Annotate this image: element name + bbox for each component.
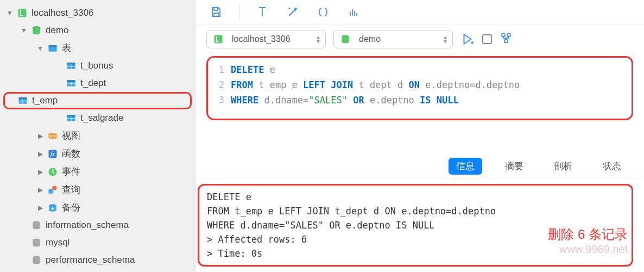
svg-rect-27 [49, 189, 53, 193]
line-gutter: 123 [211, 62, 231, 108]
tab-status[interactable]: 状态 [595, 158, 629, 175]
tree-views[interactable]: ▶ 视图 [0, 127, 195, 145]
database-icon [30, 219, 42, 231]
tree-label: 表 [62, 42, 71, 54]
tree-database-information_schema[interactable]: ▶information_schema [0, 217, 195, 234]
chevron-down-icon: ▼ [36, 45, 45, 52]
stop-button[interactable] [482, 34, 492, 44]
tree-label: t_bonus [80, 60, 113, 71]
database-icon [339, 33, 351, 45]
svg-point-22 [50, 135, 52, 137]
tables-icon [47, 42, 59, 54]
svg-rect-21 [49, 133, 57, 139]
spinner-icon: ▴▾ [444, 35, 447, 44]
chevron-right-icon: ▶ [36, 186, 45, 194]
svg-point-23 [54, 135, 55, 137]
result-tabs: 信息 摘要 剖析 状态 [195, 152, 644, 178]
spinner-icon: ▴▾ [317, 35, 320, 44]
connection-icon [212, 33, 224, 45]
svg-rect-36 [502, 34, 505, 36]
table-icon [17, 95, 29, 107]
database-combo[interactable]: demo ▴▾ [333, 30, 453, 48]
run-button[interactable] [460, 32, 475, 46]
tree-label: 事件 [62, 165, 80, 178]
tree-tables-folder[interactable]: ▼ 表 [0, 39, 195, 57]
chart-icon[interactable] [346, 4, 361, 20]
views-icon [47, 130, 59, 142]
tree-connection[interactable]: ▼ localhost_3306 [0, 4, 195, 22]
svg-rect-4 [49, 45, 57, 47]
chevron-right-icon: ▶ [36, 150, 45, 158]
tree-backup[interactable]: ▶ 备份 [0, 199, 195, 217]
magic-wand-icon[interactable] [285, 4, 300, 20]
svg-rect-18 [67, 115, 75, 116]
combo-label: demo [359, 34, 439, 44]
annotation: 删除 6 条记录 www.9969.net [548, 226, 628, 256]
chevron-down-icon: ▼ [20, 27, 28, 34]
table-icon [65, 60, 77, 72]
table-icon [65, 112, 77, 124]
brackets-icon[interactable] [315, 4, 331, 20]
sidebar: ▼ localhost_3306 ▼ demo ▼ 表 ▶t_bonus▶t_d… [0, 0, 195, 272]
tree-table-t_salgrade[interactable]: ▶t_salgrade [0, 109, 195, 127]
tree-queries[interactable]: ▶ 查询 [0, 181, 195, 199]
svg-text:fx: fx [50, 151, 55, 158]
chevron-down-icon: ▼ [5, 9, 14, 17]
tree-table-t_emp[interactable]: ▶t_emp [3, 92, 192, 109]
events-icon [47, 166, 59, 178]
tree-label: mysql [46, 237, 70, 248]
explain-icon[interactable] [500, 32, 513, 47]
save-icon[interactable] [209, 4, 224, 20]
tree-label: 备份 [62, 201, 80, 214]
divider [239, 5, 239, 19]
toolbar [195, 0, 644, 24]
database-icon [30, 24, 42, 36]
connection-icon [16, 7, 28, 19]
tree-table-t_dept[interactable]: ▶t_dept [0, 75, 195, 92]
tree-label: t_salgrade [80, 113, 123, 123]
database-icon [30, 254, 42, 266]
tree-label: localhost_3306 [31, 8, 93, 18]
chevron-right-icon: ▶ [36, 204, 45, 212]
tab-profile[interactable]: 剖析 [546, 158, 580, 175]
tree-database-mysql[interactable]: ▶mysql [0, 234, 195, 251]
tree-database[interactable]: ▼ demo [0, 22, 195, 39]
database-icon [30, 237, 42, 249]
tree-label: t_emp [32, 95, 58, 106]
tree-label: information_schema [46, 220, 129, 231]
combo-label: localhost_3306 [232, 34, 312, 44]
connection-bar: localhost_3306 ▴▾ demo ▴▾ [195, 24, 644, 54]
tree-label: t_dept [80, 78, 106, 89]
backup-icon [47, 202, 59, 214]
tree-functions[interactable]: ▶ fx 函数 [0, 145, 195, 163]
tree-label: 函数 [62, 147, 80, 160]
tree-database-performance_schema[interactable]: ▶performance_schema [0, 251, 195, 269]
chevron-right-icon: ▶ [36, 132, 45, 140]
table-icon [65, 77, 77, 89]
svg-rect-37 [507, 34, 510, 36]
tree-table-t_bonus[interactable]: ▶t_bonus [0, 57, 195, 75]
functions-icon: fx [47, 148, 59, 160]
svg-rect-6 [67, 63, 75, 64]
tree-label: 视图 [62, 129, 80, 142]
tree-label: demo [46, 25, 69, 36]
format-icon[interactable] [255, 4, 270, 20]
tree-label: 查询 [62, 183, 80, 196]
svg-rect-38 [504, 40, 508, 42]
main-panel: localhost_3306 ▴▾ demo ▴▾ 123 DELETE eFR… [195, 0, 644, 272]
sql-editor[interactable]: 123 DELETE eFROM t_emp e LEFT JOIN t_dep… [211, 62, 628, 108]
chevron-right-icon: ▶ [36, 168, 45, 176]
svg-rect-14 [19, 97, 27, 99]
queries-icon [47, 184, 59, 196]
connection-combo[interactable]: localhost_3306 ▴▾ [206, 30, 326, 48]
watermark-text: www.9969.net [548, 243, 628, 256]
svg-point-28 [52, 186, 56, 190]
annotation-note: 删除 6 条记录 [548, 226, 628, 243]
svg-rect-10 [67, 80, 75, 82]
svg-point-35 [471, 41, 473, 44]
tab-summary[interactable]: 摘要 [497, 158, 531, 175]
tab-info[interactable]: 信息 [449, 158, 482, 175]
sql-editor-highlight: 123 DELETE eFROM t_emp e LEFT JOIN t_dep… [206, 56, 633, 120]
tree-events[interactable]: ▶ 事件 [0, 163, 195, 181]
code-area[interactable]: DELETE eFROM t_emp e LEFT JOIN t_dept d … [231, 62, 628, 108]
